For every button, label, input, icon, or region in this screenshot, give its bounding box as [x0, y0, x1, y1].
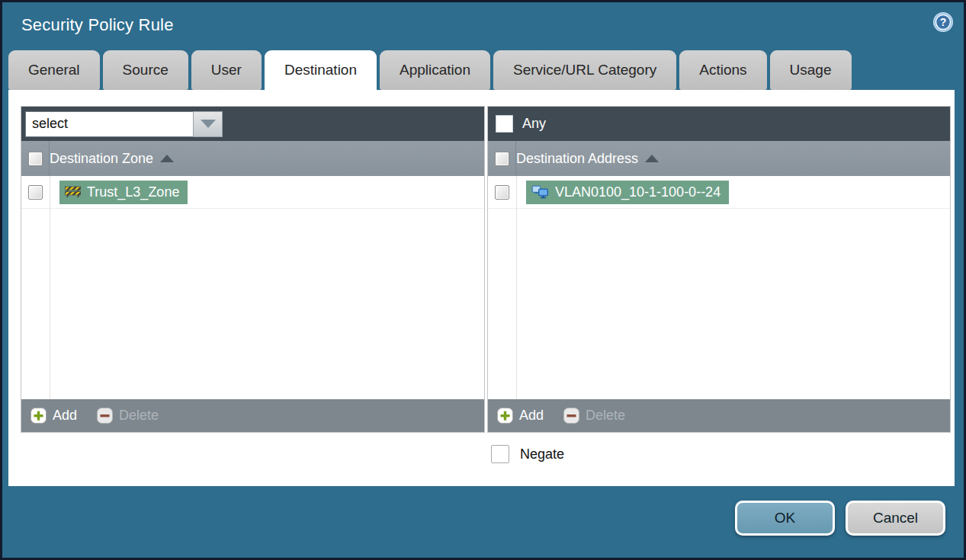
address-row-checkbox-cell	[488, 176, 516, 208]
zone-delete-button[interactable]: Delete	[97, 408, 159, 424]
address-select-all-checkbox[interactable]	[495, 152, 509, 166]
zone-add-label: Add	[53, 408, 77, 424]
table-row: Trust_L3_Zone	[21, 176, 484, 209]
zone-footer-bar: Add Delete	[21, 399, 484, 432]
sort-ascending-icon[interactable]	[645, 155, 659, 162]
tab-destination[interactable]: Destination	[265, 50, 377, 90]
title-bar: Security Policy Rule ?	[2, 2, 964, 50]
plus-icon	[497, 408, 513, 424]
negate-checkbox[interactable]	[491, 445, 509, 463]
address-row-checkbox[interactable]	[495, 185, 509, 200]
any-checkbox[interactable]	[496, 115, 513, 133]
zone-add-button[interactable]: Add	[30, 408, 77, 424]
tab-source[interactable]: Source	[103, 50, 188, 90]
address-add-label: Add	[519, 408, 544, 424]
address-delete-button[interactable]: Delete	[563, 408, 625, 424]
tab-user[interactable]: User	[191, 50, 262, 90]
address-toolbar: Any	[488, 107, 950, 141]
address-footer-bar: Add Delete	[488, 399, 950, 432]
help-icon[interactable]: ?	[932, 11, 954, 33]
zone-row-checkbox-cell	[21, 176, 50, 208]
ok-button[interactable]: OK	[735, 501, 835, 536]
dialog-footer: OK Cancel	[2, 484, 964, 558]
zone-row-checkbox[interactable]	[28, 185, 43, 200]
tab-usage[interactable]: Usage	[770, 50, 852, 90]
address-add-button[interactable]: Add	[497, 408, 544, 424]
zone-select-all-checkbox[interactable]	[28, 152, 43, 166]
address-select-all-cell	[488, 141, 516, 176]
sort-ascending-icon[interactable]	[160, 155, 174, 162]
zone-column-label[interactable]: Destination Zone	[50, 151, 153, 167]
network-address-icon	[531, 185, 549, 199]
negate-label: Negate	[520, 446, 564, 462]
minus-icon	[97, 408, 113, 424]
tab-bar: General Source User Destination Applicat…	[8, 50, 852, 90]
table-row: VLAN0100_10-1-100-0--24	[488, 176, 950, 209]
tab-service-url-category[interactable]: Service/URL Category	[493, 50, 676, 90]
address-entry[interactable]: VLAN0100_10-1-100-0--24	[526, 181, 729, 204]
zone-rows: Trust_L3_Zone	[21, 176, 484, 399]
tab-actions[interactable]: Actions	[679, 50, 766, 90]
zone-select-dropdown-button[interactable]	[193, 111, 223, 137]
destination-address-panel: Any Destination Address	[487, 106, 951, 433]
zone-column-header: Destination Zone	[21, 141, 484, 176]
destination-tab-content: Destination Zone	[8, 90, 955, 486]
minus-icon	[563, 408, 579, 424]
zone-select-dropdown	[25, 111, 223, 137]
any-label: Any	[522, 116, 546, 132]
plus-icon	[30, 408, 47, 424]
zone-select-input[interactable]	[25, 111, 193, 137]
destination-zone-panel: Destination Zone	[21, 106, 485, 433]
question-mark-glyph: ?	[940, 16, 947, 28]
address-entry-label: VLAN0100_10-1-100-0--24	[555, 184, 720, 200]
negate-option: Negate	[491, 445, 564, 463]
address-column-header: Destination Address	[488, 141, 950, 176]
address-column-label[interactable]: Destination Address	[516, 151, 638, 167]
zone-toolbar	[21, 107, 484, 141]
tab-application[interactable]: Application	[380, 50, 490, 90]
chevron-down-icon	[201, 120, 216, 128]
security-policy-rule-dialog: Security Policy Rule ? General Source Us…	[0, 0, 966, 560]
address-rows: VLAN0100_10-1-100-0--24	[488, 176, 950, 399]
zone-barrier-icon	[65, 186, 81, 198]
zone-entry-label: Trust_L3_Zone	[87, 184, 179, 200]
address-delete-label: Delete	[586, 408, 625, 424]
dialog-title: Security Policy Rule	[21, 15, 174, 35]
cancel-button[interactable]: Cancel	[846, 501, 945, 536]
tab-general[interactable]: General	[8, 50, 100, 90]
zone-entry[interactable]: Trust_L3_Zone	[59, 181, 188, 204]
zone-select-all-cell	[21, 141, 50, 176]
zone-delete-label: Delete	[119, 408, 159, 424]
